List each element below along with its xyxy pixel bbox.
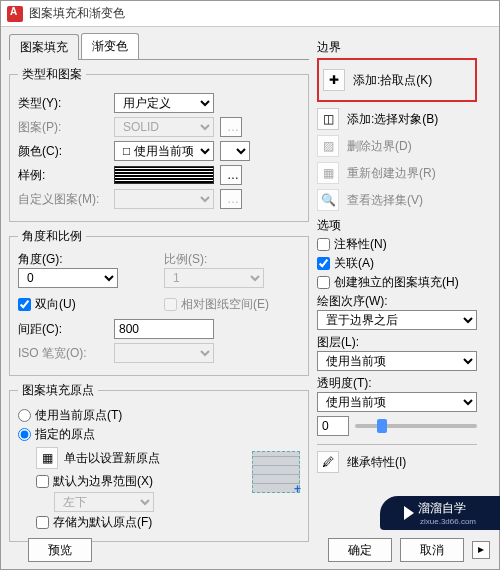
cancel-button[interactable]: 取消 <box>400 538 464 562</box>
select-transparency[interactable]: 使用当前项 <box>317 392 477 412</box>
watermark: 溜溜自学 zixue.3d66.com <box>380 496 500 530</box>
label-independent: 创建独立的图案填充(H) <box>334 274 459 291</box>
inherit-icon: 🖉 <box>317 451 339 473</box>
pattern-browse-button: … <box>220 117 242 137</box>
select-color-secondary[interactable]: ☑ <box>220 141 250 161</box>
label-type: 类型(Y): <box>18 95 108 112</box>
label-sample: 样例: <box>18 167 108 184</box>
label-specified-origin: 指定的原点 <box>35 426 95 443</box>
highlight-add-pick: ✚ 添加:拾取点(K) <box>317 58 477 102</box>
select-color[interactable]: □ 使用当前项 <box>114 141 214 161</box>
group-type-pattern: 类型和图案 类型(Y): 用户定义 图案(P): SOLID … 颜色(C): … <box>9 66 309 222</box>
origin-preview <box>252 451 300 493</box>
ok-button[interactable]: 确定 <box>328 538 392 562</box>
label-use-current-origin: 使用当前原点(T) <box>35 407 122 424</box>
select-angle[interactable]: 0 <box>18 268 118 288</box>
checkbox-associative[interactable] <box>317 257 330 270</box>
label-angle: 角度(G): <box>18 251 154 268</box>
radio-use-current-origin[interactable] <box>18 409 31 422</box>
checkbox-independent[interactable] <box>317 276 330 289</box>
label-transparency: 透明度(T): <box>317 375 477 392</box>
btn-view-selection: 🔍 查看选择集(V) <box>317 189 477 211</box>
label-color: 颜色(C): <box>18 143 108 160</box>
input-transparency-value[interactable] <box>317 416 349 436</box>
checkbox-annotative[interactable] <box>317 238 330 251</box>
app-icon <box>7 6 23 22</box>
label-pattern: 图案(P): <box>18 119 108 136</box>
btn-remove-boundary: ▨ 删除边界(D) <box>317 135 477 157</box>
checkbox-store-default[interactable] <box>36 516 49 529</box>
select-origin-position: 左下 <box>54 492 154 512</box>
btn-add-select-objects[interactable]: ◫ 添加:选择对象(B) <box>317 108 477 130</box>
label-default-boundary: 默认为边界范围(X) <box>53 473 153 490</box>
legend-angle-scale: 角度和比例 <box>18 228 86 245</box>
group-origin: 图案填充原点 使用当前原点(T) 指定的原点 ▦单击以设置新原点 默认为边界范围… <box>9 382 309 542</box>
btn-recreate-boundary: ▦ 重新创建边界(R) <box>317 162 477 184</box>
legend-origin: 图案填充原点 <box>18 382 98 399</box>
expand-button[interactable]: ▸ <box>472 541 490 559</box>
label-layer: 图层(L): <box>317 334 477 351</box>
btn-add-pick-points[interactable]: ✚ 添加:拾取点(K) <box>323 69 471 91</box>
label-double: 双向(U) <box>35 296 76 313</box>
select-iso <box>114 343 214 363</box>
label-relative: 相对图纸空间(E) <box>181 296 269 313</box>
transparency-slider[interactable] <box>355 424 477 428</box>
remove-boundary-icon: ▨ <box>317 135 339 157</box>
select-scale: 1 <box>164 268 264 288</box>
radio-specified-origin[interactable] <box>18 428 31 441</box>
tab-gradient[interactable]: 渐变色 <box>81 33 139 59</box>
label-custom-pattern: 自定义图案(M): <box>18 191 108 208</box>
play-icon <box>404 506 414 520</box>
options-title: 选项 <box>317 217 477 234</box>
view-selection-icon: 🔍 <box>317 189 339 211</box>
add-pick-icon: ✚ <box>323 69 345 91</box>
tab-hatch[interactable]: 图案填充 <box>9 34 79 60</box>
label-iso: ISO 笔宽(O): <box>18 345 108 362</box>
label-annotative: 注释性(N) <box>334 236 387 253</box>
titlebar: 图案填充和渐变色 <box>1 1 499 27</box>
select-draw-order[interactable]: 置于边界之后 <box>317 310 477 330</box>
select-custom-pattern <box>114 189 214 209</box>
select-type[interactable]: 用户定义 <box>114 93 214 113</box>
tab-bar: 图案填充 渐变色 <box>9 33 309 60</box>
select-pattern: SOLID <box>114 117 214 137</box>
custom-browse-button: … <box>220 189 242 209</box>
sample-browse-button[interactable]: … <box>220 165 242 185</box>
checkbox-relative <box>164 298 177 311</box>
label-associative: 关联(A) <box>334 255 374 272</box>
label-spacing: 间距(C): <box>18 321 108 338</box>
input-spacing[interactable] <box>114 319 214 339</box>
label-draw-order: 绘图次序(W): <box>317 293 477 310</box>
pattern-preview[interactable] <box>114 166 214 184</box>
add-select-icon: ◫ <box>317 108 339 130</box>
set-origin-icon[interactable]: ▦ <box>36 447 58 469</box>
checkbox-default-boundary[interactable] <box>36 475 49 488</box>
window-title: 图案填充和渐变色 <box>29 5 125 22</box>
label-store-default: 存储为默认原点(F) <box>53 514 152 531</box>
label-scale: 比例(S): <box>164 251 300 268</box>
legend-type-pattern: 类型和图案 <box>18 66 86 83</box>
group-angle-scale: 角度和比例 角度(G): 0 比例(S): 1 双向(U) 相对图纸空间(E) <box>9 228 309 376</box>
label-click-new-origin[interactable]: 单击以设置新原点 <box>64 450 160 467</box>
select-layer[interactable]: 使用当前项 <box>317 351 477 371</box>
btn-inherit-properties[interactable]: 🖉 继承特性(I) <box>317 451 477 473</box>
recreate-boundary-icon: ▦ <box>317 162 339 184</box>
boundary-title: 边界 <box>317 39 477 56</box>
checkbox-double[interactable] <box>18 298 31 311</box>
